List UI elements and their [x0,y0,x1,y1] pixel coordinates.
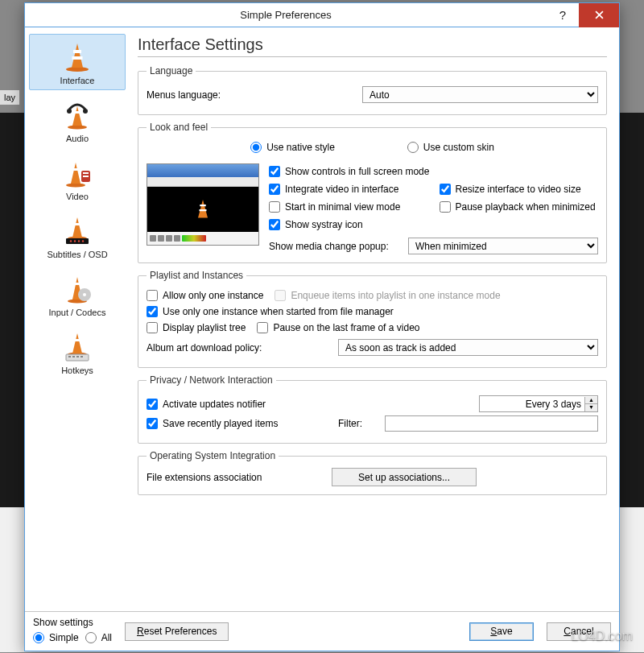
svg-rect-25 [74,283,80,285]
cone-film-icon [61,156,93,188]
language-legend: Language [147,65,196,76]
svg-point-22 [82,240,84,242]
sidebar-item-input-codecs[interactable]: Input / Codecs [29,266,126,322]
setup-associations-button[interactable]: Set up associations... [332,468,477,486]
spinner-up-icon[interactable]: ▲ [584,397,597,404]
close-button[interactable] [579,3,619,27]
svg-point-8 [83,109,88,114]
cone-headphones-icon [61,98,93,130]
resize-interface-checkbox[interactable]: Resize interface to video size [440,184,599,195]
lookfeel-group: Look and feel Use native style Use custo… [138,122,607,263]
svg-rect-14 [83,176,89,177]
show-settings-label: Show settings [33,617,112,628]
playlist-tree-checkbox[interactable]: Display playlist tree [147,322,246,333]
menus-language-select[interactable]: Auto [362,86,598,103]
svg-rect-11 [72,168,79,171]
sidebar-item-video[interactable]: Video [29,150,126,206]
svg-rect-38 [200,209,207,211]
svg-rect-37 [200,205,206,206]
title-separator [138,56,607,57]
cone-subtitle-icon [61,214,93,246]
album-art-label: Album art download policy: [147,342,332,353]
svg-rect-35 [80,356,83,357]
svg-marker-29 [72,333,82,353]
cone-disc-icon [61,272,93,304]
titlebar: Simple Preferences ? [25,3,619,27]
minimal-view-checkbox[interactable]: Start in minimal view mode [269,201,428,213]
playlist-legend: Playlist and Instances [147,270,246,281]
category-sidebar: Interface Audio Video Subtitles / OSD [25,27,130,611]
cone-icon [61,40,93,72]
os-integration-group: Operating System Integration File extens… [138,450,607,495]
cone-keyboard-icon [61,330,93,362]
sidebar-item-label: Video [66,192,89,201]
sidebar-item-label: Subtitles / OSD [47,250,107,259]
privacy-legend: Privacy / Network Interaction [147,374,276,386]
filter-input[interactable] [385,415,598,432]
svg-marker-5 [72,106,82,126]
svg-rect-18 [66,238,89,244]
svg-rect-6 [74,111,80,114]
cancel-button[interactable]: Cancel [547,622,611,641]
svg-rect-32 [68,356,71,357]
album-art-select[interactable]: As soon as track is added [338,339,598,356]
close-icon [595,10,604,19]
spinner-down-icon[interactable]: ▼ [584,404,597,411]
sidebar-item-label: Input / Codecs [49,308,106,317]
save-button[interactable]: Save [469,622,534,641]
show-simple-radio[interactable]: Simple [33,632,79,643]
svg-point-27 [83,293,86,296]
updates-interval-value[interactable] [480,396,584,411]
file-assoc-label: File extensions association [147,472,308,483]
svg-rect-30 [74,339,80,341]
svg-point-7 [67,109,72,114]
sidebar-item-hotkeys[interactable]: Hotkeys [29,324,126,380]
updates-interval-spinner[interactable]: ▲▼ [479,395,598,412]
privacy-group: Privacy / Network Interaction Activate u… [138,374,607,444]
sidebar-item-interface[interactable]: Interface [29,34,126,90]
svg-marker-1 [72,43,83,68]
reset-preferences-button[interactable]: Reset Preferences [125,622,229,641]
preferences-window: Simple Preferences ? Interface Audio [24,2,620,651]
updates-notifier-checkbox[interactable]: Activate updates notifier [147,399,473,410]
svg-point-19 [70,240,72,242]
sidebar-item-label: Audio [66,134,89,143]
svg-marker-36 [198,200,208,218]
enqueue-checkbox: Enqueue items into playlist in one insta… [275,290,500,301]
fm-instance-checkbox[interactable]: Use only one instance when started from … [147,306,598,317]
svg-rect-34 [76,356,79,357]
svg-point-20 [74,240,76,242]
custom-skin-radio[interactable]: Use custom skin [407,142,494,153]
svg-rect-33 [72,356,75,357]
background-tab-fragment: lay [0,90,19,105]
svg-point-21 [78,240,80,242]
playlist-group: Playlist and Instances Allow only one in… [138,270,607,368]
sidebar-item-subtitles[interactable]: Subtitles / OSD [29,208,126,264]
systray-checkbox[interactable]: Show systray icon [269,219,598,230]
show-controls-checkbox[interactable]: Show controls in full screen mode [269,166,598,177]
svg-point-9 [66,184,85,188]
menus-language-label: Menus language: [147,89,356,101]
media-popup-select[interactable]: When minimized [408,238,598,254]
svg-rect-3 [72,56,83,60]
svg-marker-16 [72,217,82,238]
native-style-radio[interactable]: Use native style [250,142,335,153]
pause-last-frame-checkbox[interactable]: Pause on the last frame of a video [257,322,419,333]
svg-rect-17 [74,223,80,225]
interface-preview [147,163,259,246]
sidebar-item-audio[interactable]: Audio [29,92,126,148]
sidebar-item-label: Interface [60,76,95,85]
dialog-footer: Show settings Simple All Reset Preferenc… [25,611,619,651]
save-recent-checkbox[interactable]: Save recently played items [147,418,332,429]
os-integration-legend: Operating System Integration [147,450,279,461]
svg-rect-2 [73,50,81,53]
svg-marker-10 [71,163,80,184]
pause-minimized-checkbox[interactable]: Pause playback when minimized [440,201,599,213]
window-title: Simple Preferences [25,9,547,21]
one-instance-checkbox[interactable]: Allow only one instance [147,290,263,301]
integrate-video-checkbox[interactable]: Integrate video in interface [269,184,428,195]
show-all-radio[interactable]: All [85,632,112,643]
help-button[interactable]: ? [547,8,579,22]
svg-point-4 [68,126,87,130]
sidebar-item-label: Hotkeys [61,366,93,375]
